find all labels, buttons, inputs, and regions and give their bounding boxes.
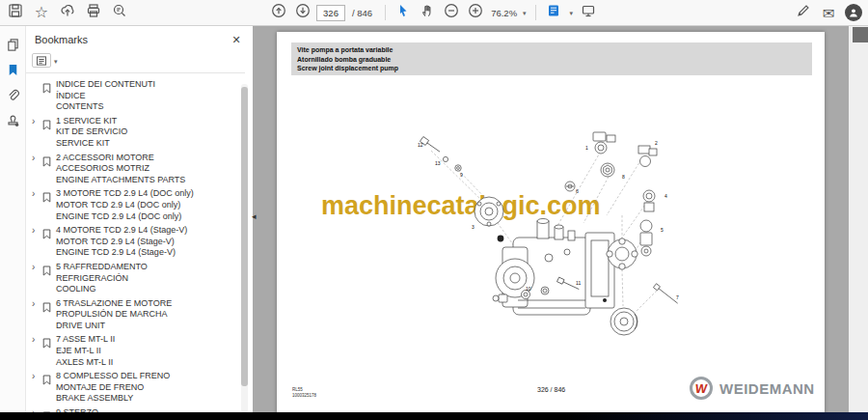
- bookmark-label: 3 MOTORE TCD 2.9 L4 (DOC only) MOTOR TCD…: [56, 188, 239, 222]
- chevron-right-icon[interactable]: ›: [32, 153, 42, 163]
- bookmark-entry-icon: [42, 298, 56, 317]
- email-button[interactable]: ✉: [818, 2, 839, 23]
- bookmark-item[interactable]: › 3 MOTORE TCD 2.9 L4 (DOC only) MOTOR T…: [32, 188, 239, 222]
- plus-circle-icon: [468, 3, 483, 22]
- chevron-right-icon[interactable]: ›: [32, 334, 42, 345]
- fill-sign-button[interactable]: [793, 2, 814, 23]
- page-view-caret-icon[interactable]: ▾: [570, 10, 574, 17]
- hand-tool-button[interactable]: [417, 2, 438, 23]
- reading-mode-button[interactable]: [578, 2, 599, 23]
- arrow-up-circle-icon: [271, 3, 286, 22]
- chevron-right-icon[interactable]: ›: [32, 298, 42, 309]
- toolbar-center-group: / 846 76.2% ▾ ▾: [268, 0, 599, 25]
- bookmark-label: 8 COMPLESSO DEL FRENO MONTAJE DE FRENO B…: [56, 371, 239, 405]
- bookmark-item[interactable]: › 6 TRASLAZIONE E MOTORE PROPULSIÓN DE M…: [32, 298, 239, 332]
- attachments-tab[interactable]: [0, 84, 26, 109]
- close-icon[interactable]: ✕: [228, 34, 245, 46]
- star-button[interactable]: ☆: [31, 2, 52, 23]
- share-button[interactable]: [57, 2, 78, 23]
- sidebar-scrollbar-thumb[interactable]: [241, 87, 248, 386]
- bookmark-label: 4 MOTORE TCD 2.9 L4 (Stage-V) MOTOR TCD …: [56, 225, 239, 259]
- sidebar-rail: [0, 26, 26, 412]
- brand-logo: W WEIDEMANN: [690, 377, 815, 400]
- envelope-icon: ✉: [823, 6, 835, 20]
- toolbar-divider: [385, 5, 386, 20]
- chevron-right-icon[interactable]: ›: [32, 262, 42, 272]
- callout-number: 4: [665, 194, 667, 199]
- bookmark-item[interactable]: › 8 COMPLESSO DEL FRENO MONTAJE DE FRENO…: [32, 371, 239, 405]
- pdf-page: Vite pompa a portata variabile Atornilla…: [277, 32, 825, 412]
- bookmark-label: INDICE DEI CONTENUTI ÍNDICE CONTENTS: [56, 79, 239, 113]
- chevron-right-icon[interactable]: ›: [32, 188, 42, 199]
- page-footer-number: 326 / 846: [537, 386, 565, 393]
- page-view-icon: [546, 3, 561, 22]
- page-view-button[interactable]: [543, 2, 564, 23]
- parts-diagram: 12 13 9 3 6 1 8 2 4 5: [402, 98, 720, 366]
- callout-number: 3: [472, 225, 475, 230]
- bookmark-entry-icon: [42, 225, 56, 243]
- minus-circle-icon: [444, 3, 459, 22]
- find-button[interactable]: [109, 2, 130, 23]
- chevron-right-icon[interactable]: ›: [32, 225, 42, 236]
- print-button[interactable]: [83, 2, 104, 23]
- bookmark-entry-icon: [42, 153, 56, 171]
- previous-page-button[interactable]: [268, 2, 289, 23]
- account-button[interactable]: [843, 2, 864, 23]
- arrow-down-circle-icon: [295, 3, 311, 22]
- bookmark-item[interactable]: › 1 SERVICE KIT KIT DE SERVICIO SERVICE …: [32, 116, 239, 150]
- options-caret-icon: ▾: [54, 58, 58, 66]
- zoom-in-button[interactable]: [465, 2, 486, 23]
- bookmark-label: 1 SERVICE KIT KIT DE SERVICIO SERVICE KI…: [56, 116, 239, 150]
- callout-number: 12: [418, 143, 423, 148]
- exploded-diagram-drawing: [402, 98, 720, 366]
- save-button[interactable]: [5, 2, 26, 23]
- document-scrollbar[interactable]: [849, 26, 868, 412]
- zoom-out-button[interactable]: [441, 2, 462, 23]
- stamps-tab[interactable]: [0, 109, 26, 134]
- part-title-es: Atornillado bomba graduable: [297, 55, 812, 65]
- select-tool-button[interactable]: [393, 2, 414, 23]
- doc-number: 1000325178: [292, 393, 316, 399]
- collapse-sidebar-icon[interactable]: ◂: [252, 211, 257, 221]
- sidebar-scrollbar[interactable]: [241, 84, 248, 412]
- part-title-en: Screw joint displacement pump: [297, 64, 812, 73]
- stamp-icon: [6, 113, 20, 131]
- search-icon: [112, 3, 127, 22]
- star-icon: ☆: [35, 5, 48, 20]
- bookmark-item[interactable]: › 2 ACCESSORI MOTORE ACCESORIOS MOTRIZ E…: [32, 153, 239, 186]
- bookmark-label: 5 RAFFREDDAMENTO REFRIGERACIÓN COOLING: [56, 262, 239, 295]
- part-title-it: Vite pompa a portata variabile: [297, 45, 812, 55]
- callout-number: 8: [622, 175, 625, 180]
- callout-number: 1: [585, 146, 588, 151]
- callout-number: 2: [655, 141, 658, 146]
- bookmark-entry-icon: [42, 79, 56, 98]
- brand-name: WEIDEMANN: [719, 380, 815, 397]
- printer-icon: [86, 3, 101, 22]
- toolbar-right-group: ✉: [793, 0, 864, 25]
- page-number-input[interactable]: [316, 5, 345, 21]
- cursor-icon: [395, 3, 411, 22]
- bookmark-list: › INDICE DEI CONTENUTI ÍNDICE CONTENTS ›…: [26, 77, 239, 412]
- chevron-right-icon[interactable]: ›: [32, 116, 42, 126]
- callout-number: 9: [460, 173, 463, 178]
- page-total-label: / 846: [352, 8, 372, 18]
- chevron-right-icon[interactable]: ›: [32, 371, 42, 381]
- bookmark-item[interactable]: › 7 ASSE MT-L II EJE MT-L II AXLES MT-L …: [32, 334, 239, 368]
- bookmark-options[interactable]: ▾: [32, 53, 60, 68]
- panel-separator: [26, 72, 245, 73]
- zoom-level-label[interactable]: 76.2%: [491, 8, 517, 18]
- screen-icon: [581, 3, 596, 22]
- save-icon: [8, 3, 23, 22]
- bookmark-item[interactable]: › 4 MOTORE TCD 2.9 L4 (Stage-V) MOTOR TC…: [32, 225, 239, 259]
- toolbar: ☆ / 846 76.2%: [0, 0, 868, 26]
- toolbar-divider: [535, 5, 536, 20]
- zoom-caret-icon[interactable]: ▾: [523, 10, 527, 17]
- callout-number: 7: [676, 295, 679, 300]
- page-thumbnails-tab[interactable]: [0, 34, 26, 59]
- bookmarks-tab[interactable]: [0, 59, 26, 84]
- bookmark-item[interactable]: › 5 RAFFREDDAMENTO REFRIGERACIÓN COOLING: [32, 262, 239, 295]
- bookmark-entry-icon: [42, 188, 56, 207]
- next-page-button[interactable]: [292, 2, 313, 23]
- document-scrollbar-thumb[interactable]: [853, 27, 868, 42]
- bookmark-item[interactable]: › INDICE DEI CONTENUTI ÍNDICE CONTENTS: [32, 79, 239, 113]
